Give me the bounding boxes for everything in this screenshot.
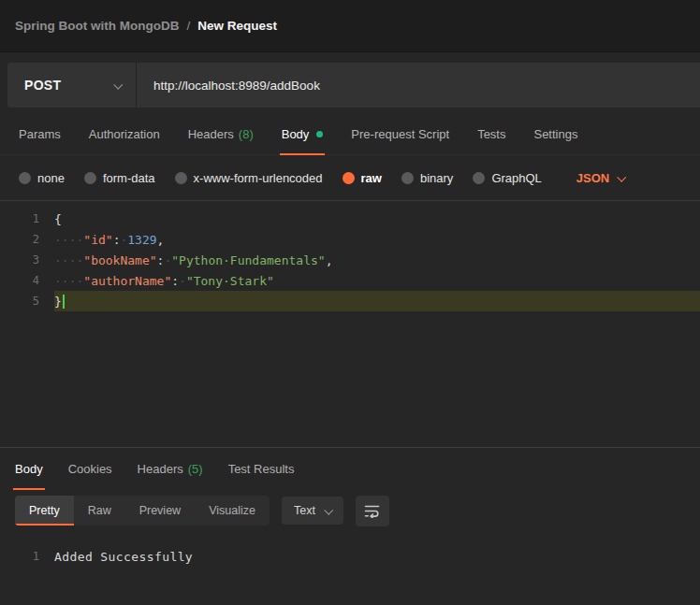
response-headers-count: (5): [188, 462, 203, 476]
response-tab-headers[interactable]: Headers (5): [138, 448, 203, 489]
tab-label: Headers: [138, 462, 183, 476]
response-body[interactable]: 1 Added Successfully: [0, 532, 700, 567]
body-type-label: binary: [420, 171, 453, 185]
language-select[interactable]: JSON: [576, 171, 624, 185]
code-token: ·: [179, 274, 186, 288]
body-type-label: raw: [361, 171, 382, 185]
tab-label: Params: [19, 127, 61, 141]
breadcrumb: Spring Boot with MongoDB / New Request: [0, 0, 700, 52]
tab-label: Pre-request Script: [351, 127, 449, 141]
body-type-none[interactable]: none: [19, 171, 65, 185]
code-token: "Python·Fundamentals": [171, 253, 325, 267]
code-token: {: [54, 212, 62, 226]
response-format-select[interactable]: Text: [282, 497, 343, 525]
code-line[interactable]: 1{: [0, 209, 700, 229]
tab-label: Settings: [533, 127, 577, 141]
radio-icon: [473, 172, 485, 184]
tab-label: Cookies: [68, 462, 112, 476]
body-type-urlencoded[interactable]: x-www-form-urlencoded: [175, 171, 323, 185]
code-token: :: [157, 253, 165, 267]
response-toolbar: Pretty Raw Preview Visualize Text: [0, 489, 700, 532]
line-number: 1: [0, 212, 54, 225]
tab-label: Test Results: [228, 462, 295, 476]
code-token: ····: [54, 233, 83, 247]
view-raw-button[interactable]: Raw: [74, 496, 125, 526]
chevron-down-icon: [324, 505, 333, 514]
body-type-selector: none form-data x-www-form-urlencoded raw…: [0, 155, 700, 200]
tab-label: Authorization: [89, 127, 160, 141]
url-input[interactable]: http://localhost:8989/addBook: [137, 63, 700, 108]
code-token: ····: [54, 253, 83, 267]
code-line[interactable]: 2····"id":·1329,: [0, 229, 700, 250]
radio-icon: [84, 172, 96, 184]
code-line[interactable]: 5}: [0, 291, 700, 311]
response-tab-test-results[interactable]: Test Results: [228, 448, 295, 489]
text-cursor: [63, 295, 65, 309]
body-content-dot: [316, 131, 323, 137]
response-tab-body[interactable]: Body: [15, 448, 43, 489]
headers-count: (8): [239, 127, 254, 141]
method-label: POST: [24, 78, 61, 93]
view-label: Pretty: [29, 504, 60, 517]
response-view-group: Pretty Raw Preview Visualize: [15, 496, 270, 526]
body-type-raw[interactable]: raw: [343, 171, 382, 185]
postman-window: Spring Boot with MongoDB / New Request P…: [0, 0, 700, 605]
tab-tests[interactable]: Tests: [477, 114, 505, 154]
radio-selected-icon: [343, 172, 355, 184]
code-line[interactable]: 3····"bookName":·"Python·Fundamentals",: [0, 250, 700, 270]
body-type-label: GraphQL: [491, 171, 541, 185]
view-preview-button[interactable]: Preview: [125, 496, 195, 526]
request-body-editor[interactable]: 1{2····"id":·1329,3····"bookName":·"Pyth…: [0, 200, 700, 447]
code-token: }: [54, 295, 62, 309]
editor-lines: 1{2····"id":·1329,3····"bookName":·"Pyth…: [0, 209, 700, 311]
view-pretty-button[interactable]: Pretty: [15, 496, 74, 526]
body-type-binary[interactable]: binary: [401, 171, 453, 185]
body-type-label: x-www-form-urlencoded: [194, 171, 323, 185]
code-token: "id": [83, 233, 112, 247]
code-token: "authorName": [83, 274, 171, 288]
format-label: Text: [294, 504, 315, 517]
line-number: 5: [0, 295, 54, 308]
response-section: Body Cookies Headers (5) Test Results Pr…: [0, 447, 700, 567]
chevron-down-icon: [113, 79, 123, 89]
code-content: ····"authorName":·"Tony·Stark": [54, 270, 700, 291]
collection-name[interactable]: Spring Boot with MongoDB: [15, 19, 179, 33]
code-token: ·: [120, 233, 127, 247]
view-visualize-button[interactable]: Visualize: [195, 496, 270, 526]
code-token: :: [113, 233, 121, 247]
tab-label: Body: [15, 462, 43, 476]
body-type-graphql[interactable]: GraphQL: [473, 171, 541, 185]
tab-body[interactable]: Body: [282, 114, 324, 154]
response-tab-cookies[interactable]: Cookies: [68, 448, 112, 489]
url-text: http://localhost:8989/addBook: [153, 79, 320, 93]
chevron-down-icon: [618, 172, 627, 181]
code-content: }: [54, 291, 700, 311]
view-label: Preview: [139, 504, 181, 517]
code-content: ····"id":·1329,: [54, 229, 700, 250]
tab-label: Headers: [188, 127, 234, 141]
code-token: ,: [157, 233, 165, 247]
tab-settings[interactable]: Settings: [533, 114, 577, 154]
radio-icon: [19, 172, 31, 184]
tab-authorization[interactable]: Authorization: [89, 114, 160, 154]
code-token: ·: [164, 253, 171, 267]
radio-icon: [401, 172, 414, 184]
line-number: 2: [0, 233, 54, 246]
wrap-lines-button[interactable]: [356, 496, 389, 526]
code-token: ,: [326, 253, 333, 267]
code-line[interactable]: 4····"authorName":·"Tony·Stark": [0, 270, 700, 291]
code-token: "bookName": [83, 253, 156, 267]
method-select[interactable]: POST: [7, 63, 137, 108]
tab-headers[interactable]: Headers (8): [188, 114, 254, 154]
breadcrumb-separator: /: [186, 19, 190, 33]
request-bar: POST http://localhost:8989/addBook: [7, 63, 700, 108]
tab-label: Tests: [477, 127, 505, 141]
line-number: 1: [0, 550, 54, 563]
tab-params[interactable]: Params: [19, 114, 61, 154]
tab-label: Body: [282, 127, 310, 141]
request-name[interactable]: New Request: [197, 19, 277, 33]
body-type-form-data[interactable]: form-data: [84, 171, 155, 185]
tab-pre-request-script[interactable]: Pre-request Script: [351, 114, 449, 154]
line-number: 3: [0, 253, 54, 266]
response-line: 1 Added Successfully: [0, 546, 700, 567]
